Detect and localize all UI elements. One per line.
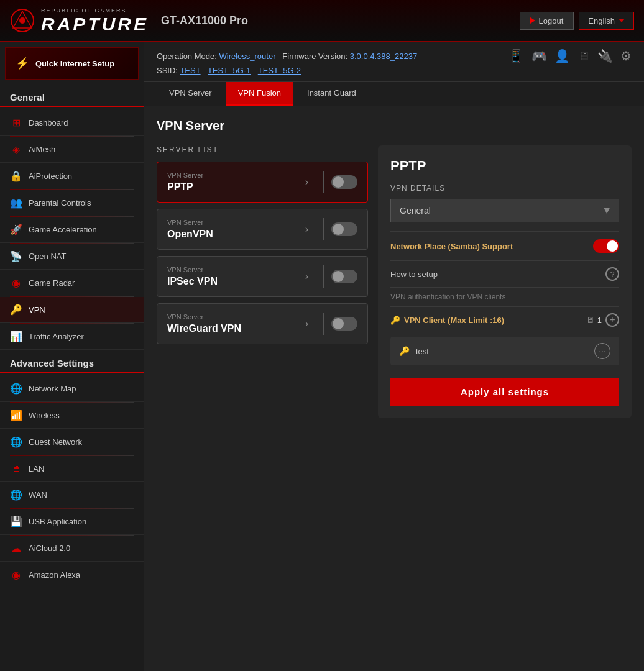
logout-button[interactable]: Logout — [520, 12, 574, 30]
sidebar-item-label: AiProtection — [29, 171, 72, 181]
pptp-toggle[interactable] — [331, 175, 357, 189]
info-bar: Operation Mode: Wireless_router Firmware… — [144, 42, 644, 82]
guest-network-icon: 🌐 — [10, 436, 22, 448]
sidebar-item-label: WAN — [29, 490, 47, 500]
lan-icon: 🖥 — [10, 463, 22, 474]
client-entry-name: test — [416, 347, 594, 356]
pptp-arrow-icon: › — [305, 176, 308, 188]
server-card-openvpn[interactable]: VPN Server OpenVPN › — [157, 209, 368, 250]
svg-point-2 — [19, 17, 25, 24]
sidebar-item-network-map[interactable]: 🌐 Network Map — [0, 376, 144, 402]
language-button[interactable]: English — [579, 12, 634, 30]
sidebar-item-lan[interactable]: 🖥 LAN — [0, 456, 144, 482]
usb-top-icon[interactable]: 🔌 — [597, 48, 613, 63]
ipsec-card-name: IPSec VPN — [167, 276, 298, 287]
client-options-button[interactable]: ··· — [594, 343, 610, 359]
sidebar-item-aiprotection[interactable]: 🔒 AiProtection — [0, 163, 144, 189]
ipsec-slider — [331, 270, 357, 283]
ssid-5g2-link[interactable]: TEST_5G-2 — [258, 66, 301, 75]
rog-icon — [10, 8, 35, 33]
network-place-right — [593, 239, 619, 253]
add-client-button[interactable]: + — [605, 313, 619, 327]
sidebar-item-label: Guest Network — [29, 437, 82, 447]
openvpn-toggle[interactable] — [331, 222, 357, 236]
sidebar-item-usb[interactable]: 💾 USB Application — [0, 509, 144, 535]
main-layout: ⚡ Quick Internet Setup General ⊞ Dashboa… — [0, 42, 644, 671]
tab-instant-guard[interactable]: Instant Guard — [295, 82, 369, 106]
logout-label: Logout — [539, 16, 564, 25]
sidebar-item-game-acceleration[interactable]: 🚀 Game Acceleration — [0, 217, 144, 243]
advanced-section-header: Advanced Settings — [0, 350, 144, 373]
tab-vpn-fusion[interactable]: VPN Fusion — [226, 82, 293, 106]
sidebar: ⚡ Quick Internet Setup General ⊞ Dashboa… — [0, 42, 144, 671]
tab-vpn-server[interactable]: VPN Server — [157, 82, 224, 106]
apply-all-settings-button[interactable]: Apply all settings — [390, 378, 619, 406]
server-card-ipsec[interactable]: VPN Server IPSec VPN › — [157, 256, 368, 297]
wan-icon: 🌐 — [10, 489, 22, 501]
client-count: 🖥 1 — [586, 315, 602, 325]
server-list-title: SERVER LIST — [157, 145, 368, 154]
sidebar-item-aicloud[interactable]: ☁ AiCloud 2.0 — [0, 536, 144, 562]
sidebar-item-label: Amazon Alexa — [29, 570, 80, 580]
operation-info: Operation Mode: Wireless_router Firmware… — [157, 50, 417, 62]
network-place-slider — [593, 239, 619, 253]
sidebar-item-wireless[interactable]: 📶 Wireless — [0, 403, 144, 429]
how-to-label: How to setup — [390, 270, 438, 279]
wireguard-card-text: VPN Server WireGuard VPN — [167, 313, 298, 334]
wireguard-toggle[interactable] — [331, 317, 357, 331]
wireless-router-link[interactable]: Wireless_router — [219, 52, 275, 61]
ssid-test-link[interactable]: TEST — [180, 66, 200, 75]
sidebar-item-label: AiCloud 2.0 — [29, 544, 70, 553]
ssid-5g1-link[interactable]: TEST_5G-1 — [208, 66, 251, 75]
monitor-small-icon: 🖥 — [586, 315, 595, 325]
sidebar-item-open-nat[interactable]: 📡 Open NAT — [0, 244, 144, 270]
ipsec-toggle[interactable] — [331, 270, 357, 283]
sidebar-item-dashboard[interactable]: ⊞ Dashboard — [0, 110, 144, 136]
header-actions: Logout English — [520, 12, 634, 30]
monitor-icon[interactable]: 🖥 — [577, 49, 590, 63]
language-label: English — [588, 16, 615, 25]
vpn-icon: 🔑 — [10, 304, 22, 316]
firmware-link[interactable]: 3.0.0.4.388_22237 — [350, 52, 417, 61]
settings-icon[interactable]: ⚙ — [620, 48, 632, 63]
vpn-details-dropdown[interactable]: General Advanced — [390, 199, 619, 222]
client-key-icon: 🔑 — [399, 346, 410, 356]
ipsec-divider — [323, 265, 324, 288]
sidebar-item-label: Dashboard — [29, 118, 68, 127]
sidebar-item-label: VPN — [29, 305, 45, 314]
network-place-toggle[interactable] — [593, 239, 619, 253]
sidebar-item-aimesh[interactable]: ◈ AiMesh — [0, 137, 144, 163]
openvpn-slider — [331, 222, 357, 236]
wireguard-slider — [331, 317, 357, 331]
server-card-wireguard[interactable]: VPN Server WireGuard VPN › — [157, 303, 368, 344]
header: REPUBLIC OF GAMERS RAPTURE GT-AX11000 Pr… — [0, 0, 644, 42]
sidebar-item-vpn[interactable]: 🔑 VPN — [0, 297, 144, 323]
sidebar-item-guest-network[interactable]: 🌐 Guest Network — [0, 429, 144, 455]
openvpn-card-name: OpenVPN — [167, 229, 298, 240]
user-icon[interactable]: 👤 — [554, 48, 570, 63]
server-card-pptp[interactable]: VPN Server PPTP › — [157, 162, 368, 203]
how-to-row: How to setup ? — [390, 260, 619, 287]
wireguard-divider — [323, 313, 324, 335]
quick-internet-setup-button[interactable]: ⚡ Quick Internet Setup — [5, 47, 139, 80]
pptp-card-text: VPN Server PPTP — [167, 171, 298, 193]
sidebar-item-amazon-alexa[interactable]: ◉ Amazon Alexa — [0, 562, 144, 588]
ipsec-card-text: VPN Server IPSec VPN — [167, 266, 298, 287]
tablet-icon[interactable]: 📱 — [508, 48, 524, 63]
sidebar-item-label: USB Application — [29, 517, 86, 526]
network-map-icon: 🌐 — [10, 383, 22, 395]
sidebar-item-label: Open NAT — [29, 252, 66, 261]
sidebar-item-parental[interactable]: 👥 Parental Controls — [0, 190, 144, 216]
sidebar-item-wan[interactable]: 🌐 WAN — [0, 482, 144, 508]
network-place-label: Network Place (Samba) Support — [390, 242, 513, 251]
help-circle-icon[interactable]: ? — [605, 267, 619, 281]
dashboard-icon: ⊞ — [10, 117, 22, 129]
sidebar-item-game-radar[interactable]: ◉ Game Radar — [0, 270, 144, 296]
client-count-value: 1 — [597, 316, 602, 325]
sidebar-item-label: Parental Controls — [29, 198, 91, 208]
sidebar-item-label: Game Acceleration — [29, 225, 97, 234]
sidebar-item-traffic[interactable]: 📊 Traffic Analyzer — [0, 324, 144, 350]
gamepad-icon[interactable]: 🎮 — [531, 48, 547, 63]
sidebar-item-label: Wireless — [29, 411, 60, 420]
pptp-slider — [331, 175, 357, 189]
